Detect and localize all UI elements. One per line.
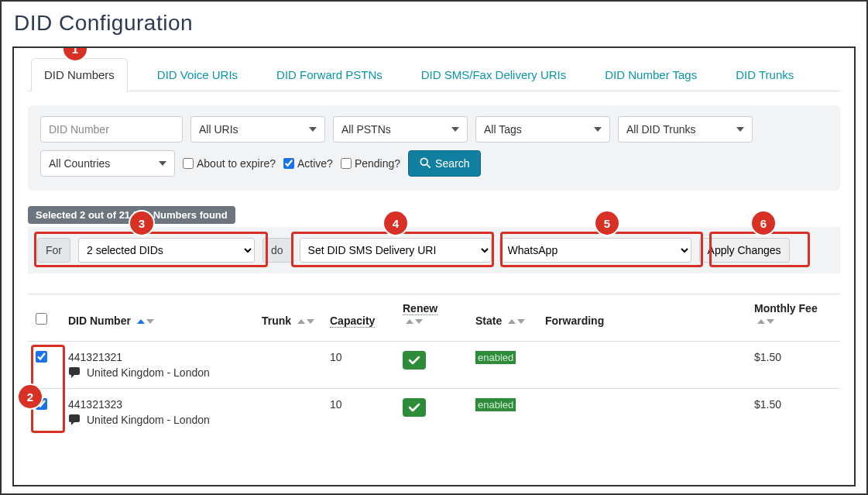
search-button[interactable]: Search — [408, 150, 481, 177]
monthly-fee-value: $1.50 — [746, 342, 840, 389]
action-bar: 3 4 5 6 For 2 selected DIDs do Set DID S… — [28, 227, 840, 273]
monthly-fee-value: $1.50 — [746, 389, 840, 436]
tabs-bar: DID Numbers DID Voice URIs DID Forward P… — [28, 57, 840, 91]
sort-icon[interactable] — [406, 319, 423, 324]
col-renew[interactable]: Renew — [395, 294, 468, 342]
col-did-number[interactable]: DID Number — [60, 294, 254, 342]
pending-label: Pending? — [355, 157, 400, 170]
capacity-value: 10 — [322, 342, 395, 389]
tab-did-trunks[interactable]: DID Trunks — [728, 59, 803, 91]
callout-6: 6 — [752, 211, 775, 235]
table-row: 441321321 United Kingdom - London 10 — [28, 342, 840, 389]
active-input[interactable] — [283, 158, 294, 169]
all-uris-select[interactable]: All URIs — [190, 116, 325, 143]
all-countries-label: All Countries — [49, 157, 110, 170]
target-select[interactable]: WhatsApp — [499, 238, 691, 263]
col-trunk[interactable]: Trunk — [254, 294, 322, 342]
table-row: 441321323 United Kingdom - London 10 — [28, 389, 840, 436]
apply-changes-button[interactable]: Apply Changes — [699, 238, 790, 263]
chevron-down-icon — [159, 161, 166, 166]
tab-did-forward-pstns[interactable]: DID Forward PSTNs — [269, 59, 392, 91]
renew-badge — [403, 398, 426, 417]
page-title: DID Configuration — [14, 11, 856, 36]
chevron-down-icon — [309, 127, 317, 132]
col-state[interactable]: State — [468, 294, 537, 342]
all-pstns-label: All PSTNs — [341, 123, 391, 136]
chevron-down-icon — [594, 127, 602, 132]
svg-rect-2 — [69, 367, 80, 375]
svg-marker-5 — [71, 421, 75, 425]
did-table: DID Number Trunk Capacity Renew — [28, 294, 840, 435]
tab-did-numbers[interactable]: DID Numbers — [31, 58, 128, 91]
chat-icon — [68, 414, 82, 426]
callout-3: 3 — [130, 211, 153, 235]
all-uris-label: All URIs — [199, 123, 238, 136]
forwarding-value — [537, 342, 746, 389]
did-number-input[interactable]: DID Number — [40, 116, 183, 143]
did-number[interactable]: 441321321 — [68, 351, 246, 363]
tab-did-sms-fax-delivery-uris[interactable]: DID SMS/Fax Delivery URIs — [413, 59, 576, 91]
col-capacity[interactable]: Capacity — [322, 294, 395, 342]
all-did-trunks-select[interactable]: All DID Trunks — [618, 116, 753, 143]
filter-panel: DID Number All URIs All PSTNs All Tags A… — [28, 105, 840, 191]
did-number[interactable]: 441321323 — [68, 398, 246, 411]
about-to-expire-checkbox[interactable]: About to expire? — [183, 157, 276, 170]
svg-line-1 — [427, 164, 430, 167]
sort-icon[interactable] — [137, 319, 154, 324]
did-location: United Kingdom - London — [87, 414, 210, 426]
about-to-expire-label: About to expire? — [197, 157, 276, 170]
callout-2: 2 — [19, 385, 42, 408]
for-select[interactable]: 2 selected DIDs — [78, 238, 255, 263]
state-badge: enabled — [475, 351, 516, 364]
row-checkbox[interactable] — [36, 351, 47, 363]
select-all-checkbox[interactable] — [36, 313, 47, 325]
callout-4: 4 — [384, 211, 407, 235]
search-icon — [420, 157, 431, 170]
for-label: For — [37, 238, 70, 263]
pending-input[interactable] — [341, 158, 352, 169]
all-did-trunks-label: All DID Trunks — [626, 123, 695, 136]
pending-checkbox[interactable]: Pending? — [341, 157, 400, 170]
svg-marker-3 — [71, 374, 75, 378]
tab-did-number-tags[interactable]: DID Number Tags — [597, 59, 706, 91]
about-to-expire-input[interactable] — [183, 158, 194, 169]
callout-5: 5 — [595, 211, 619, 235]
col-forwarding: Forwarding — [537, 294, 746, 342]
all-tags-select[interactable]: All Tags — [475, 116, 610, 143]
all-tags-label: All Tags — [484, 123, 522, 136]
col-monthly-fee[interactable]: Monthly Fee — [746, 294, 840, 342]
all-pstns-select[interactable]: All PSTNs — [333, 116, 468, 143]
search-button-label: Search — [435, 157, 469, 170]
svg-rect-4 — [69, 414, 80, 422]
active-checkbox[interactable]: Active? — [283, 157, 333, 170]
state-badge: enabled — [475, 398, 516, 411]
renew-badge — [403, 351, 426, 370]
active-label: Active? — [297, 157, 333, 170]
sort-icon[interactable] — [508, 319, 525, 324]
capacity-value: 10 — [322, 389, 395, 436]
sort-icon[interactable] — [297, 319, 314, 324]
forwarding-value — [537, 389, 746, 436]
action-select[interactable]: Set DID SMS Delivery URI — [300, 238, 492, 263]
tab-did-voice-uris[interactable]: DID Voice URIs — [149, 59, 247, 91]
chevron-down-icon — [451, 127, 459, 132]
did-location: United Kingdom - London — [87, 366, 210, 379]
do-label: do — [262, 238, 292, 263]
chevron-down-icon — [736, 127, 744, 132]
all-countries-select[interactable]: All Countries — [40, 150, 175, 177]
chat-icon — [68, 366, 82, 379]
sort-icon[interactable] — [757, 319, 774, 324]
